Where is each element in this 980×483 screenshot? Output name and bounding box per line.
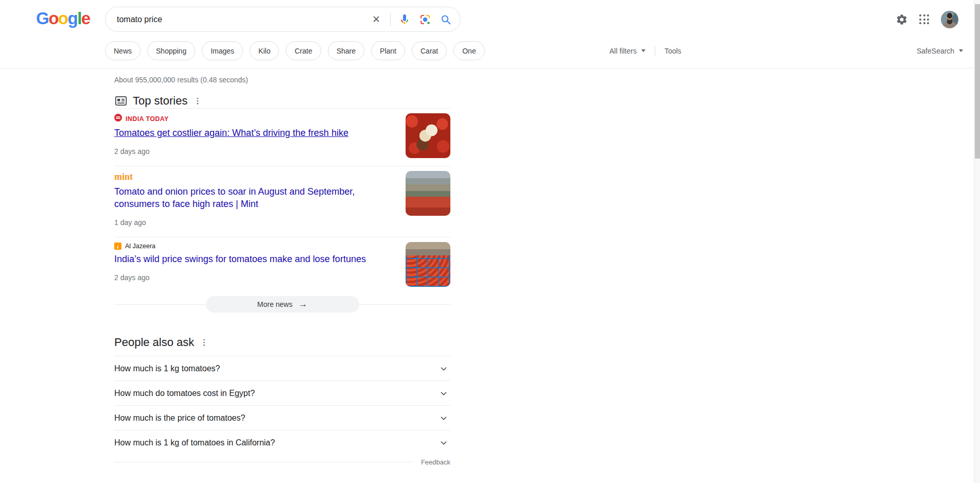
filter-chips: News Shopping Images Kilo Crate Share Pl… [105, 41, 485, 60]
chevron-down-icon [438, 412, 449, 424]
top-stories-header: Top stories ⋮ [114, 94, 450, 108]
chevron-down-icon [438, 437, 449, 449]
header-actions [896, 11, 958, 28]
question-text: How much is 1 kg tomatoes? [114, 364, 220, 373]
kebab-menu-icon[interactable]: ⋮ [200, 338, 208, 347]
story-title-link[interactable]: Tomatoes get costlier again: What’s driv… [114, 127, 348, 139]
all-filters-button[interactable]: All filters [609, 47, 645, 55]
clear-icon[interactable]: ✕ [370, 13, 382, 26]
question-row[interactable]: How much is the price of tomatoes? [114, 406, 450, 430]
caret-down-icon [959, 49, 963, 52]
arrow-right-icon: → [299, 299, 307, 309]
search-input[interactable] [117, 15, 370, 24]
story-title-link[interactable]: Tomato and onion prices to soar in Augus… [114, 185, 399, 210]
logo-letter: e [81, 9, 90, 28]
tools-button[interactable]: Tools [664, 47, 681, 55]
india-today-logo-icon [114, 114, 122, 124]
logo-letter: o [58, 9, 68, 28]
logo-letter: g [68, 9, 78, 28]
people-also-ask-title: People also ask [114, 336, 194, 349]
question-row[interactable]: How much is 1 kg tomatoes? [114, 356, 450, 381]
search-bar[interactable]: ✕ [105, 7, 461, 32]
search-icon[interactable] [440, 13, 452, 26]
question-text: How much do tomatoes cost in Egypt? [114, 389, 255, 398]
search-tools-bar: All filters Tools [609, 41, 681, 60]
scrollbar-track[interactable] [974, 0, 980, 483]
mint-logo: mint [114, 171, 133, 182]
chip-crate[interactable]: Crate [286, 41, 321, 60]
search-header: Google ✕ [0, 0, 980, 68]
google-lens-icon[interactable] [419, 13, 431, 26]
more-news-button[interactable]: More news → [206, 296, 359, 313]
divider [114, 462, 413, 462]
scrollbar-thumb[interactable] [975, 4, 980, 159]
more-news-label: More news [257, 300, 292, 308]
tools-label: Tools [664, 47, 681, 55]
story-source: Al Jazeera [114, 243, 399, 250]
google-logo[interactable]: Google [36, 9, 90, 28]
divider [655, 46, 655, 56]
people-also-ask: People also ask ⋮ How much is 1 kg tomat… [114, 335, 450, 469]
account-avatar[interactable] [941, 11, 958, 28]
results-column: About 955,000,000 results (0.48 seconds)… [114, 69, 450, 469]
chevron-down-icon [438, 363, 449, 374]
people-also-ask-header: People also ask ⋮ [114, 335, 450, 350]
microphone-icon[interactable] [398, 13, 411, 26]
news-story: Al Jazeera India’s wild price swings for… [114, 237, 450, 292]
al-jazeera-logo-icon [114, 243, 121, 250]
chip-kilo[interactable]: Kilo [250, 41, 279, 60]
logo-letter: G [36, 9, 48, 28]
result-stats: About 955,000,000 results (0.48 seconds) [114, 76, 450, 84]
chip-images[interactable]: Images [202, 41, 243, 60]
chip-plant[interactable]: Plant [371, 41, 405, 60]
divider [390, 13, 391, 26]
story-timestamp: 2 days ago [114, 273, 399, 282]
more-news-row: More news → [114, 296, 450, 313]
news-story: INDIA TODAY Tomatoes get costlier again:… [114, 108, 450, 166]
kebab-menu-icon[interactable]: ⋮ [194, 96, 202, 106]
chip-shopping[interactable]: Shopping [147, 41, 195, 60]
story-source: INDIA TODAY [114, 114, 399, 124]
settings-gear-icon[interactable] [896, 13, 908, 26]
story-title-link[interactable]: India’s wild price swings for tomatoes m… [114, 253, 366, 265]
question-row[interactable]: How much is 1 kg of tomatoes in Californ… [114, 430, 450, 455]
story-timestamp: 1 day ago [114, 218, 399, 227]
story-timestamp: 2 days ago [114, 147, 399, 156]
newspaper-icon [114, 94, 128, 108]
question-text: How much is the price of tomatoes? [114, 413, 245, 423]
story-thumbnail[interactable] [406, 113, 450, 158]
chevron-down-icon [438, 388, 449, 399]
chip-news[interactable]: News [105, 41, 141, 60]
question-text: How much is 1 kg of tomatoes in Californ… [114, 438, 275, 447]
story-source-name: INDIA TODAY [126, 115, 169, 123]
chip-share[interactable]: Share [328, 41, 364, 60]
logo-letter: l [77, 9, 81, 28]
news-story: mint Tomato and onion prices to soar in … [114, 166, 450, 237]
logo-letter: o [48, 9, 58, 28]
top-stories-title: Top stories [133, 94, 187, 108]
story-source-name: Al Jazeera [125, 243, 155, 250]
story-thumbnail[interactable] [406, 242, 450, 287]
feedback-link[interactable]: Feedback [421, 458, 450, 466]
chip-one[interactable]: One [453, 41, 484, 60]
safesearch-button[interactable]: SafeSearch [917, 41, 963, 60]
story-source: mint [114, 171, 399, 182]
feedback-row: Feedback [114, 455, 450, 469]
all-filters-label: All filters [609, 47, 637, 55]
safesearch-label: SafeSearch [917, 47, 954, 55]
google-apps-icon[interactable] [919, 14, 930, 25]
question-row[interactable]: How much do tomatoes cost in Egypt? [114, 381, 450, 406]
chip-carat[interactable]: Carat [412, 41, 447, 60]
caret-down-icon [641, 49, 645, 52]
story-thumbnail[interactable] [406, 171, 450, 216]
